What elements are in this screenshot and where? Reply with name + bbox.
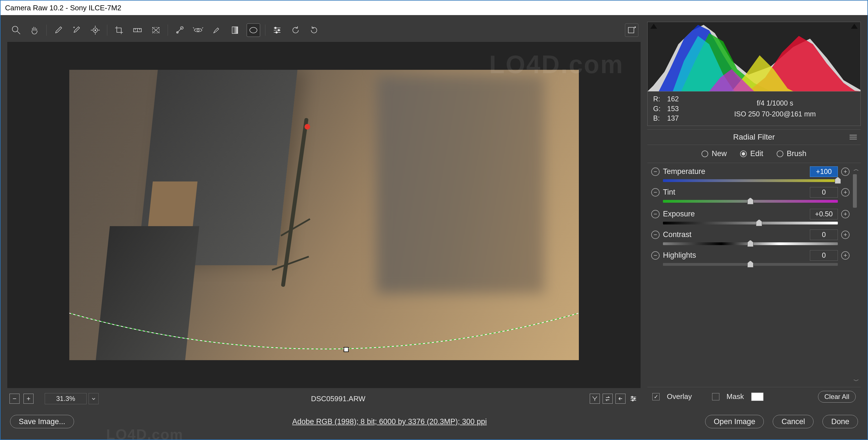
crop-tool-icon[interactable] [112, 24, 126, 37]
svg-rect-20 [232, 27, 238, 34]
zoom-out-button[interactable]: − [9, 394, 20, 404]
graduated-filter-icon[interactable] [228, 24, 242, 37]
svg-rect-28 [628, 27, 634, 33]
minus-icon[interactable]: − [651, 231, 659, 239]
cancel-button[interactable]: Cancel [773, 415, 813, 428]
slider-value-exposure[interactable] [810, 209, 838, 219]
svg-line-19 [202, 27, 203, 29]
adjustment-pin[interactable] [305, 124, 310, 130]
slider-thumb[interactable] [756, 219, 762, 226]
svg-point-27 [276, 32, 277, 33]
minus-icon[interactable]: − [651, 188, 659, 197]
slider-track-exposure[interactable] [663, 222, 838, 225]
plus-icon[interactable]: + [841, 168, 849, 176]
info-readout: R:162 G:153 B:137 f/4 1/1000 s ISO 250 7… [647, 92, 861, 126]
window-title: Camera Raw 10.2 - Sony ILCE-7M2 [5, 4, 121, 12]
preferences-icon[interactable] [271, 24, 284, 37]
exposure-info: f/4 1/1000 s [757, 99, 794, 108]
adjustment-brush-icon[interactable] [210, 24, 223, 37]
slider-label: Contrast [663, 230, 807, 239]
slider-track-temperature[interactable] [663, 179, 838, 182]
slider-temperature: −Temperature+ [651, 166, 849, 182]
window-titlebar: Camera Raw 10.2 - Sony ILCE-7M2 [1, 1, 867, 15]
slider-value-temperature[interactable] [810, 166, 838, 177]
hand-tool-icon[interactable] [28, 24, 41, 37]
plus-icon[interactable]: + [841, 251, 849, 260]
radial-filter-icon[interactable] [247, 24, 260, 37]
slider-exposure: −Exposure+ [651, 209, 849, 225]
svg-point-21 [250, 27, 257, 33]
transform-tool-icon[interactable] [149, 24, 163, 37]
svg-line-1 [17, 31, 20, 34]
mode-brush-radio[interactable]: Brush [777, 149, 807, 158]
slider-contrast: −Contrast+ [651, 230, 849, 245]
slider-value-tint[interactable] [810, 187, 838, 198]
svg-point-17 [197, 29, 199, 31]
zoom-level[interactable]: 31.3% [45, 393, 87, 404]
open-image-button[interactable]: Open Image [705, 415, 764, 428]
slider-thumb[interactable] [747, 240, 753, 247]
panel-title: Radial Filter [647, 129, 861, 145]
save-image-button[interactable]: Save Image... [10, 415, 74, 428]
slider-label: Exposure [663, 210, 807, 218]
plus-icon[interactable]: + [841, 231, 849, 239]
plus-icon[interactable]: + [841, 210, 849, 218]
rotate-ccw-icon[interactable] [289, 24, 302, 37]
svg-line-18 [193, 27, 194, 29]
slider-track-contrast[interactable] [663, 242, 838, 245]
scrollbar-thumb[interactable] [853, 174, 857, 208]
radial-filter-handle[interactable] [344, 347, 349, 352]
presets-icon[interactable] [628, 394, 638, 404]
slider-label: Temperature [663, 167, 807, 176]
slider-value-highlights[interactable] [810, 250, 838, 261]
slider-thumb[interactable] [747, 261, 753, 267]
histogram[interactable] [647, 22, 861, 92]
clear-all-button[interactable]: Clear All [818, 391, 856, 403]
mask-checkbox[interactable] [712, 393, 719, 400]
minus-icon[interactable]: − [651, 168, 659, 176]
zoom-tool-icon[interactable] [9, 24, 23, 37]
slider-thumb[interactable] [747, 198, 753, 204]
straighten-tool-icon[interactable] [131, 24, 144, 37]
done-button[interactable]: Done [823, 415, 858, 428]
zoom-dropdown-icon[interactable] [89, 393, 99, 404]
slider-track-highlights[interactable] [663, 263, 838, 266]
panel-menu-icon[interactable] [849, 133, 857, 141]
slider-track-tint[interactable] [663, 200, 838, 203]
color-sampler-icon[interactable] [70, 24, 84, 37]
svg-point-34 [632, 400, 633, 401]
before-after-y-icon[interactable] [590, 394, 600, 404]
minus-icon[interactable]: − [651, 251, 659, 260]
slider-value-contrast[interactable] [810, 230, 838, 240]
scroll-up-icon[interactable]: ︿ [854, 165, 859, 173]
scroll-down-icon[interactable]: ﹀ [854, 377, 859, 385]
mode-edit-radio[interactable]: Edit [740, 149, 763, 158]
svg-point-33 [634, 398, 635, 400]
toolbar [7, 22, 641, 38]
plus-icon[interactable]: + [841, 188, 849, 197]
zoom-in-button[interactable]: + [24, 394, 33, 404]
dialog-footer: Save Image... Adobe RGB (1998); 8 bit; 6… [7, 410, 861, 433]
photo-preview [69, 70, 579, 360]
slider-panel: ︿ −Temperature+−Tint+−Exposure+−Contrast… [647, 163, 861, 387]
preview-area[interactable]: LO4D.com [7, 42, 641, 388]
spot-removal-icon[interactable] [173, 24, 186, 37]
copy-settings-icon[interactable] [615, 394, 625, 404]
wb-eyedropper-icon[interactable] [52, 24, 65, 37]
workflow-options-link[interactable]: Adobe RGB (1998); 8 bit; 6000 by 3376 (2… [82, 417, 697, 426]
slider-highlights: −Highlights+ [651, 250, 849, 266]
redeye-tool-icon[interactable] [191, 24, 205, 37]
overlay-checkbox[interactable]: ✓ [652, 393, 659, 400]
target-adjust-icon[interactable] [89, 24, 102, 37]
slider-tint: −Tint+ [651, 187, 849, 203]
svg-point-0 [12, 26, 18, 32]
svg-point-3 [95, 30, 96, 31]
mask-color-swatch[interactable] [751, 393, 764, 401]
preview-footer: − + 31.3% DSC05991.ARW [7, 392, 641, 406]
minus-icon[interactable]: − [651, 210, 659, 218]
fullscreen-toggle-icon[interactable] [625, 24, 638, 37]
swap-before-after-icon[interactable] [602, 394, 613, 404]
slider-thumb[interactable] [835, 177, 841, 184]
rotate-cw-icon[interactable] [307, 24, 321, 37]
mode-new-radio[interactable]: New [702, 149, 726, 158]
